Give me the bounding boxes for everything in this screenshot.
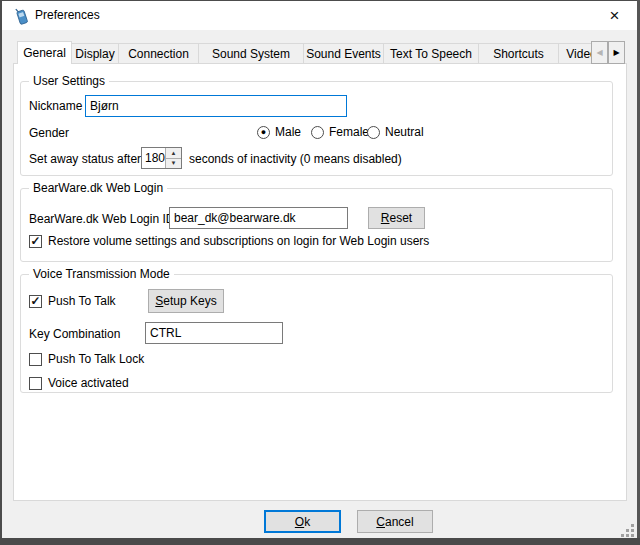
voice-activated-checkbox-box (29, 377, 42, 390)
reset-button-accel: R (381, 211, 390, 225)
tab-display-label: Display (75, 47, 114, 61)
ok-button-label: k (304, 515, 310, 529)
tab-text-to-speech-label: Text To Speech (390, 47, 472, 61)
restore-volume-checkbox-box: ✓ (29, 235, 42, 248)
radio-male-circle: ● (257, 126, 270, 139)
radio-male-label: Male (275, 125, 301, 139)
close-button[interactable]: × (592, 1, 637, 30)
restore-volume-checkbox-label: Restore volume settings and subscription… (48, 234, 429, 248)
reset-button-label: eset (389, 211, 412, 225)
tab-connection[interactable]: Connection (119, 43, 199, 64)
setup-keys-button-label: etup Keys (163, 294, 216, 308)
radio-male-dot: ● (261, 128, 266, 137)
radio-neutral-label: Neutral (385, 125, 424, 139)
window-border-left (0, 0, 2, 545)
scroll-left-icon: ◀ (596, 48, 602, 57)
nickname-input[interactable] (85, 95, 347, 117)
push-to-talk-checkbox[interactable]: ✓ Push To Talk (29, 294, 116, 308)
radio-female-circle (311, 126, 324, 139)
restore-volume-check-icon: ✓ (30, 235, 40, 247)
radio-female[interactable]: Female (311, 125, 369, 139)
spinner-up-icon: ▲ (171, 150, 177, 156)
window-border-bottom (0, 538, 640, 545)
group-web-login-title: BearWare.dk Web Login (29, 181, 167, 195)
setup-keys-button[interactable]: Setup Keys (148, 289, 224, 313)
tab-general[interactable]: General (17, 41, 72, 64)
tab-shortcuts-label: Shortcuts (493, 47, 544, 61)
spinner-down-button[interactable]: ▼ (166, 159, 181, 169)
tab-sound-events-label: Sound Events (306, 47, 381, 61)
group-web-login: BearWare.dk Web Login BearWare.dk Web Lo… (20, 188, 613, 262)
push-to-talk-lock-checkbox-box (29, 353, 42, 366)
push-to-talk-checkbox-box: ✓ (29, 295, 42, 308)
voice-activated-checkbox[interactable]: Voice activated (29, 376, 129, 390)
push-to-talk-checkbox-label: Push To Talk (48, 294, 116, 308)
reset-button[interactable]: Reset (368, 207, 425, 229)
spinner-buttons: ▲ ▼ (165, 148, 181, 168)
away-status-suffix-label: seconds of inactivity (0 means disabled) (189, 152, 402, 166)
nickname-label: Nickname (29, 99, 82, 113)
key-combination-input[interactable] (145, 322, 283, 344)
scroll-right-icon: ▶ (613, 48, 619, 57)
away-seconds-input[interactable] (142, 148, 165, 168)
restore-volume-checkbox[interactable]: ✓ Restore volume settings and subscripti… (29, 234, 429, 248)
key-combination-label: Key Combination (29, 327, 120, 341)
spinner-down-icon: ▼ (171, 160, 177, 166)
cancel-button-accel: C (376, 515, 385, 529)
radio-female-label: Female (329, 125, 369, 139)
setup-keys-button-accel: S (155, 294, 163, 308)
push-to-talk-lock-checkbox[interactable]: Push To Talk Lock (29, 352, 144, 366)
ok-button[interactable]: Ok (264, 510, 341, 533)
group-user-settings-title: User Settings (29, 74, 109, 88)
app-icon (12, 7, 30, 25)
window-border-top (0, 0, 640, 1)
tab-scroll-left-button[interactable]: ◀ (591, 41, 608, 64)
web-login-id-input[interactable] (169, 207, 348, 229)
cancel-button-label: ancel (385, 515, 414, 529)
group-user-settings: User Settings Nickname Gender ● Male Fem… (20, 81, 613, 176)
push-to-talk-lock-checkbox-label: Push To Talk Lock (48, 352, 144, 366)
tab-shortcuts[interactable]: Shortcuts (479, 43, 559, 64)
titlebar[interactable]: Preferences × (2, 1, 637, 30)
radio-neutral[interactable]: Neutral (367, 125, 424, 139)
spinner-up-button[interactable]: ▲ (166, 148, 181, 159)
radio-male[interactable]: ● Male (257, 125, 301, 139)
tab-connection-label: Connection (128, 47, 189, 61)
tab-sound-system[interactable]: Sound System (199, 43, 304, 64)
group-voice-transmission: Voice Transmission Mode ✓ Push To Talk S… (20, 274, 613, 393)
web-login-id-label: BearWare.dk Web Login ID (29, 212, 174, 226)
cancel-button[interactable]: Cancel (357, 510, 433, 533)
away-seconds-spinner: ▲ ▼ (141, 147, 182, 169)
voice-activated-checkbox-label: Voice activated (48, 376, 129, 390)
preferences-dialog: Preferences × General Display Connection… (0, 0, 640, 545)
push-to-talk-check-icon: ✓ (30, 295, 40, 307)
away-status-label: Set away status after (29, 152, 141, 166)
window-title: Preferences (35, 8, 100, 22)
tab-bar: General Display Connection Sound System … (17, 41, 605, 64)
tab-scroll-right-button[interactable]: ▶ (608, 41, 625, 64)
gender-label: Gender (29, 126, 69, 140)
tab-text-to-speech[interactable]: Text To Speech (384, 43, 479, 64)
tab-sound-system-label: Sound System (212, 47, 290, 61)
tab-general-label: General (23, 46, 66, 60)
group-voice-transmission-title: Voice Transmission Mode (29, 267, 174, 281)
radio-neutral-circle (367, 126, 380, 139)
tab-sound-events[interactable]: Sound Events (304, 43, 384, 64)
ok-button-accel: O (295, 515, 304, 529)
tab-display[interactable]: Display (72, 43, 119, 64)
